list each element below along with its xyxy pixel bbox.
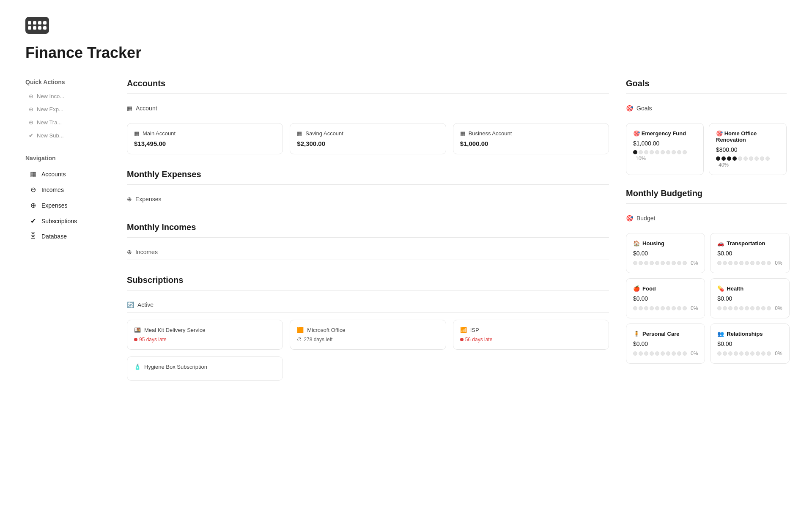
emergency-fund-card: 🎯 Emergency Fund $1,000.00: [626, 123, 704, 175]
subscriptions-section: Subscriptions 🔄 Active 🍱 Meal Kit Delive…: [127, 275, 609, 381]
budget-dot: [717, 261, 721, 265]
accounts-icon: ▦: [29, 170, 37, 178]
ok-icon: ⏱: [297, 337, 302, 343]
budget-dot: [745, 261, 749, 265]
expenses-link-icon: ⊕: [127, 196, 132, 203]
budget-link-header[interactable]: 🎯 Budget: [626, 211, 787, 226]
progress-dot: [639, 150, 643, 154]
budget-dot: [633, 351, 637, 356]
business-account-amount: $1,000.00: [460, 140, 602, 147]
budget-dot: [650, 261, 654, 265]
transportation-budget-title: 🚗 Transportation: [717, 240, 782, 247]
housing-budget-card: 🏠 Housing $0.00: [626, 233, 705, 273]
isp-card: 📶 ISP 56 days late: [453, 320, 609, 350]
business-account-header: ▦ Business Account: [460, 130, 602, 137]
budget-dot: [666, 261, 670, 265]
sidebar-item-expenses[interactable]: ⊕ Expenses: [25, 198, 110, 213]
budget-dot: [644, 351, 648, 356]
progress-dot: [716, 156, 720, 161]
new-expense-button[interactable]: ⊕ New Exp...: [25, 104, 110, 115]
budget-dot: [761, 351, 765, 356]
quick-actions-section: Quick Actions ⊕ New Inco... ⊕ New Exp...…: [25, 79, 110, 141]
microsoft-card: 🟧 Microsoft Office ⏱ 278 days left: [290, 320, 446, 350]
budget-dot: [644, 306, 648, 310]
transportation-icon: 🚗: [717, 240, 724, 247]
relationships-amount: $0.00: [717, 340, 782, 347]
new-income-button[interactable]: ⊕ New Inco...: [25, 90, 110, 102]
transportation-dots: 0%: [717, 260, 782, 266]
progress-dot: [644, 150, 648, 154]
budget-dot: [750, 261, 754, 265]
emergency-fund-amount: $1,000.00: [633, 140, 697, 147]
budget-dot: [728, 306, 732, 310]
isp-status: 56 days late: [460, 337, 602, 343]
budget-dot: [683, 306, 687, 310]
budget-dot: [683, 261, 687, 265]
budget-grid: 🏠 Housing $0.00: [626, 233, 787, 364]
navigation-title: Navigation: [25, 155, 110, 162]
subscriptions-cards-row1: 🍱 Meal Kit Delivery Service 95 days late…: [127, 320, 609, 350]
relationships-pct: 0%: [775, 351, 782, 356]
emergency-fund-pct: 10%: [636, 156, 646, 162]
budget-dot: [723, 261, 727, 265]
budget-dot: [761, 306, 765, 310]
new-transfer-button[interactable]: ⊕ New Tra...: [25, 117, 110, 128]
sidebar-item-database[interactable]: 🗄 Database: [25, 229, 110, 244]
relationships-budget-card: 👥 Relationships $0.00: [710, 323, 789, 364]
budget-dot: [655, 306, 659, 310]
subscriptions-icon: ✔: [29, 217, 37, 225]
progress-dot: [749, 156, 753, 161]
meal-kit-icon: 🍱: [134, 327, 141, 333]
relationships-budget-title: 👥 Relationships: [717, 331, 782, 337]
budget-dot: [728, 351, 732, 356]
emergency-fund-icon: 🎯: [633, 130, 642, 137]
progress-dot: [754, 156, 759, 161]
relationships-dots: 0%: [717, 351, 782, 356]
budget-dot: [677, 261, 681, 265]
budget-dot: [633, 306, 637, 310]
sidebar-item-accounts[interactable]: ▦ Accounts: [25, 167, 110, 181]
main-account-card: ▦ Main Account $13,495.00: [127, 123, 283, 154]
incomes-link-header[interactable]: ⊕ Incomes: [127, 244, 609, 260]
sidebar-item-incomes[interactable]: ⊖ Incomes: [25, 182, 110, 197]
app-logo: [25, 17, 49, 34]
expenses-link-header[interactable]: ⊕ Expenses: [127, 192, 609, 207]
budget-dot: [745, 351, 749, 356]
accounts-section: Accounts ▦ Account ▦ Main Account $13,49…: [127, 79, 609, 154]
housing-budget-title: 🏠 Housing: [633, 240, 698, 247]
budget-dot: [639, 351, 643, 356]
budget-dot: [750, 351, 754, 356]
budget-dot: [717, 306, 721, 310]
new-subscription-button[interactable]: ✔ New Sub...: [25, 130, 110, 141]
goals-section-title: Goals: [626, 79, 787, 94]
budget-dot: [639, 261, 643, 265]
sidebar-item-subscriptions[interactable]: ✔ Subscriptions: [25, 214, 110, 228]
progress-dot: [765, 156, 770, 161]
microsoft-header: 🟧 Microsoft Office: [297, 327, 439, 333]
meal-kit-card: 🍱 Meal Kit Delivery Service 95 days late: [127, 320, 283, 350]
budget-dot: [734, 261, 738, 265]
database-icon: 🗄: [29, 233, 37, 240]
monthly-incomes-section: Monthly Incomes ⊕ Incomes: [127, 222, 609, 260]
home-office-title: 🎯 Home Office Renovation: [716, 130, 779, 143]
budget-dot: [661, 306, 665, 310]
accounts-section-title: Accounts: [127, 79, 609, 94]
subscriptions-link-header[interactable]: 🔄 Active: [127, 297, 609, 313]
incomes-link-icon: ⊕: [127, 249, 132, 255]
transportation-amount: $0.00: [717, 250, 782, 257]
budget-dot: [750, 306, 754, 310]
accounts-link-header[interactable]: ▦ Account: [127, 101, 609, 116]
goals-link-header[interactable]: 🎯 Goals: [626, 101, 787, 116]
saving-account-amount: $2,300.00: [297, 140, 439, 147]
budget-dot: [734, 351, 738, 356]
hygiene-card: 🧴 Hygiene Box Subscription: [127, 356, 283, 381]
personal-care-budget-card: 🧍 Personal Care $0.00: [626, 323, 705, 364]
health-pct: 0%: [775, 305, 782, 311]
budget-dot: [666, 351, 670, 356]
budget-dot: [723, 306, 727, 310]
monthly-expenses-title: Monthly Expenses: [127, 170, 609, 185]
progress-dot: [727, 156, 731, 161]
budget-dot: [756, 351, 760, 356]
new-sub-icon: ✔: [29, 132, 33, 139]
sidebar: Quick Actions ⊕ New Inco... ⊕ New Exp...…: [25, 79, 110, 396]
